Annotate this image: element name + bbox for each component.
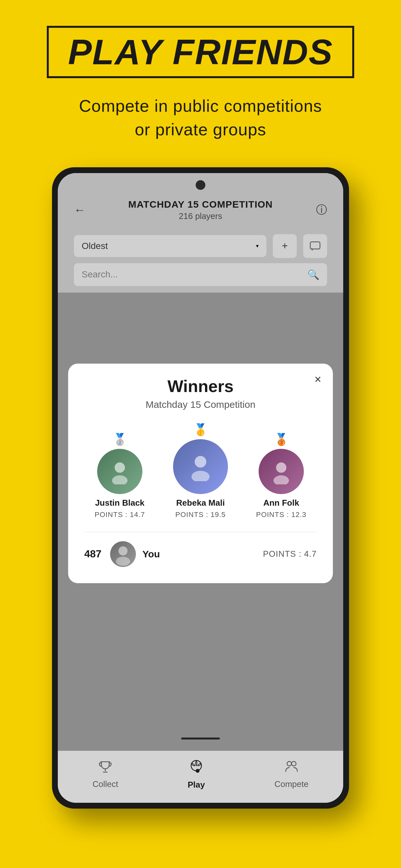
winner-points: POINTS : 19.5 [175, 510, 226, 519]
svg-point-8 [191, 471, 210, 481]
header-section: PLAY FRIENDS Compete in public competiti… [0, 0, 401, 154]
search-placeholder: Search... [82, 269, 118, 280]
competition-title: MATCHDAY 15 COMPETITION [74, 199, 327, 210]
add-button[interactable]: + [273, 234, 297, 258]
phone-frame: ← MATCHDAY 15 COMPETITION 216 players ⓘ … [52, 167, 349, 809]
chat-icon[interactable] [303, 234, 327, 258]
avatar [173, 439, 228, 494]
avatar [97, 449, 143, 494]
modal-title: Winners [84, 376, 317, 396]
bronze-medal-icon: 🥉 [274, 433, 289, 446]
winner-third: 🥉 Ann [246, 433, 317, 519]
svg-rect-0 [310, 242, 320, 249]
modal-subtitle: Matchday 15 Competition [84, 399, 317, 410]
app-content: ← MATCHDAY 15 COMPETITION 216 players ⓘ … [58, 173, 343, 803]
search-bar-wrap: Search... 🔍 [58, 263, 343, 292]
main-title: PLAY FRIENDS [68, 34, 333, 70]
gold-medal-icon: 🥇 [193, 423, 208, 437]
ball-icon [189, 758, 204, 777]
current-user-points: POINTS : 4.7 [263, 549, 317, 559]
competition-subtitle: 216 players [74, 211, 327, 221]
svg-point-9 [276, 462, 286, 473]
winner-name: Justin Black [95, 498, 144, 508]
current-user-row: 487 You POINTS : 4.7 [84, 541, 317, 567]
nav-play-label: Play [188, 780, 205, 790]
current-rank: 487 [84, 548, 104, 560]
winners-modal: × Winners Matchday 15 Competition 🥈 [68, 364, 333, 583]
bottom-nav: Collect Play [58, 751, 343, 803]
title-box: PLAY FRIENDS [47, 26, 354, 78]
filter-bar: Oldest ▾ + [58, 229, 343, 263]
nav-compete[interactable]: Compete [274, 759, 309, 789]
svg-point-16 [291, 762, 296, 766]
subtitle: Compete in public competitions or privat… [79, 94, 322, 142]
svg-point-12 [116, 557, 130, 566]
svg-point-5 [115, 462, 125, 473]
winner-first: 🥇 Reb [165, 423, 236, 519]
winner-name: Ann Folk [263, 498, 299, 508]
phone-inner: ← MATCHDAY 15 COMPETITION 216 players ⓘ … [58, 173, 343, 803]
winners-row: 🥈 Jus [84, 423, 317, 519]
filter-selected: Oldest [82, 241, 108, 251]
winner-name: Rebeka Mali [176, 498, 225, 508]
modal-overlay: × Winners Matchday 15 Competition 🥈 [58, 292, 343, 751]
search-bar[interactable]: Search... 🔍 [74, 263, 327, 286]
chevron-down-icon: ▾ [256, 243, 258, 249]
nav-compete-label: Compete [274, 779, 309, 789]
current-user-name: You [143, 549, 256, 560]
silver-medal-icon: 🥈 [113, 433, 127, 446]
avatar [258, 449, 304, 494]
winner-points: POINTS : 12.3 [256, 510, 306, 519]
trophy-icon [98, 759, 112, 777]
back-arrow-icon[interactable]: ← [74, 203, 86, 217]
list-area: 215 Wade Warren [58, 292, 343, 751]
filter-dropdown[interactable]: Oldest ▾ [74, 235, 266, 257]
phone-wrapper: ← MATCHDAY 15 COMPETITION 216 players ⓘ … [0, 167, 401, 809]
nav-collect-label: Collect [93, 779, 118, 789]
svg-point-7 [195, 456, 206, 468]
divider [84, 532, 317, 532]
svg-point-10 [274, 475, 289, 485]
people-icon [284, 759, 299, 777]
svg-point-14 [196, 769, 199, 773]
camera [196, 180, 205, 190]
winner-points: POINTS : 14.7 [95, 510, 145, 519]
avatar [110, 541, 136, 567]
info-icon[interactable]: ⓘ [316, 203, 327, 217]
svg-point-11 [119, 547, 127, 555]
nav-play[interactable]: Play [188, 758, 205, 790]
nav-collect[interactable]: Collect [93, 759, 118, 789]
search-icon: 🔍 [307, 269, 319, 280]
winner-second: 🥈 Jus [84, 433, 155, 519]
svg-point-6 [112, 475, 127, 485]
svg-point-15 [287, 762, 291, 766]
close-button[interactable]: × [314, 373, 321, 386]
